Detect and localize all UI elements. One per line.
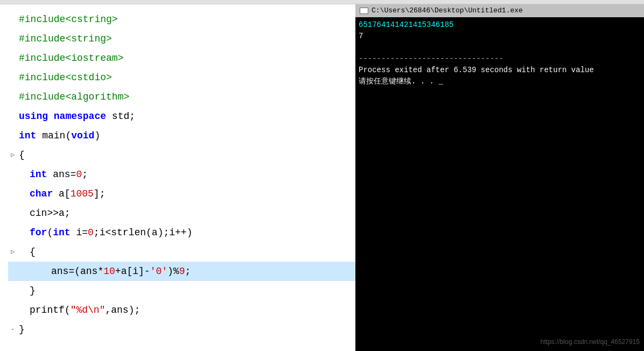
code-line-9: int ans=0; [8, 165, 355, 184]
terminal-line-2: 7 [359, 31, 641, 42]
code-line-11: cin>>a; [8, 203, 355, 223]
terminal-titlebar: C:\Users\26846\Desktop\Untitled1.exe [355, 4, 644, 17]
terminal-line-3 [359, 42, 641, 53]
code-line-3: #include<iostream> [8, 48, 355, 68]
code-line-5: #include<algorithm> [8, 87, 355, 107]
code-line-1: #include<cstring> [8, 10, 355, 29]
code-editor: #include<cstring> #include<string> #incl… [0, 4, 355, 351]
top-bar [0, 0, 644, 4]
terminal-body: 651764141421415346185 7 ----------------… [355, 17, 644, 351]
code-line-7: int main(void) [8, 126, 355, 145]
code-line-15: } [8, 281, 355, 300]
terminal-line-6: 请按任意键继续. . . _ [359, 76, 641, 87]
code-line-13: ▷{ [8, 242, 355, 262]
code-line-8: ▷{ [8, 145, 355, 165]
gutter-13: ▷ [11, 242, 17, 262]
terminal-icon [360, 8, 368, 14]
code-line-14: ans=(ans*10+a[i]-'0')%9; [8, 262, 355, 281]
code-line-2: #include<string> [8, 29, 355, 48]
code-line-4: #include<cstdio> [8, 68, 355, 87]
main-content: #include<cstring> #include<string> #incl… [0, 4, 644, 351]
code-line-6: using namespace std; [8, 107, 355, 126]
code-line-17: -} [8, 320, 355, 339]
terminal-line-4: -------------------------------- [359, 53, 641, 65]
code-line-16: printf("%d\n",ans); [8, 300, 355, 320]
terminal-line-1: 651764141421415346185 [359, 19, 641, 31]
terminal-panel: C:\Users\26846\Desktop\Untitled1.exe 651… [355, 4, 644, 351]
code-line-12: for(int i=0;i<strlen(a);i++) [8, 223, 355, 242]
code-line-10: char a[1005]; [8, 184, 355, 203]
watermark: https://blog.csdn.net/qq_46527915 [541, 337, 640, 347]
terminal-title: C:\Users\26846\Desktop\Untitled1.exe [372, 5, 523, 16]
gutter-17: - [11, 320, 17, 339]
gutter-8: ▷ [11, 145, 17, 165]
terminal-line-5: Process exited after 6.539 seconds with … [359, 65, 641, 76]
